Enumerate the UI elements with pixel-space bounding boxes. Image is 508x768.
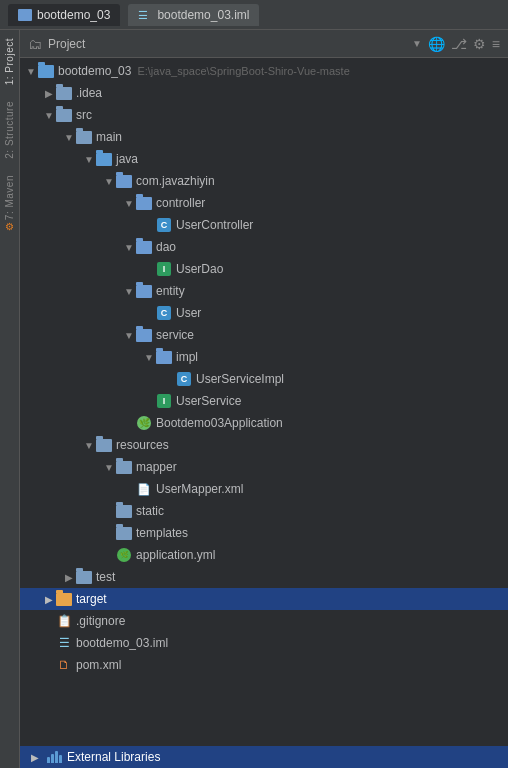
package-root-arrow (102, 176, 116, 187)
panel-dropdown-arrow[interactable]: ▼ (412, 38, 422, 49)
tab-label-bootdemo03: bootdemo_03 (37, 8, 110, 22)
panel-more-icon[interactable]: ≡ (492, 36, 500, 52)
panel-globe-icon[interactable]: 🌐 (428, 36, 445, 52)
tree-pom-xml[interactable]: 🗋 pom.xml (20, 654, 508, 676)
root-label: bootdemo_03 (58, 64, 131, 78)
tree-user[interactable]: C User (20, 302, 508, 324)
test-arrow (62, 572, 76, 583)
tab-label-bootdemo03iml: bootdemo_03.iml (157, 8, 249, 22)
controller-label: controller (156, 196, 205, 210)
tree-application-yml[interactable]: 🌿 application.yml (20, 544, 508, 566)
tree-java[interactable]: java (20, 148, 508, 170)
tree-main[interactable]: main (20, 126, 508, 148)
tree-gitignore[interactable]: 📋 .gitignore (20, 610, 508, 632)
idea-label: .idea (76, 86, 102, 100)
userserviceimpl-label: UserServiceImpl (196, 372, 284, 386)
iml-icon: ☰ (138, 9, 152, 21)
java-folder-icon (96, 151, 112, 167)
tree-userdao[interactable]: I UserDao (20, 258, 508, 280)
tree-templates[interactable]: templates (20, 522, 508, 544)
tree-usermapper-xml[interactable]: 📄 UserMapper.xml (20, 478, 508, 500)
tab-bootdemo03iml[interactable]: ☰ bootdemo_03.iml (128, 4, 259, 26)
panel-gear-icon[interactable]: ⚙ (473, 36, 486, 52)
tree-usercontroller[interactable]: C UserController (20, 214, 508, 236)
external-libraries-item[interactable]: External Libraries (20, 746, 508, 768)
tree-impl[interactable]: impl (20, 346, 508, 368)
java-arrow (82, 154, 96, 165)
static-folder-icon (116, 503, 132, 519)
user-icon: C (156, 305, 172, 321)
tree-entity[interactable]: entity (20, 280, 508, 302)
tree-idea[interactable]: .idea (20, 82, 508, 104)
application-yml-icon: 🌿 (116, 547, 132, 563)
tree-bootdemo03-iml[interactable]: ☰ bootdemo_03.iml (20, 632, 508, 654)
tree-service[interactable]: service (20, 324, 508, 346)
test-folder-icon (76, 569, 92, 585)
side-tab-project[interactable]: 1: Project (1, 30, 18, 93)
userservice-icon: I (156, 393, 172, 409)
panel-branch-icon[interactable]: ⎇ (451, 36, 467, 52)
side-tab-structure[interactable]: 2: Structure (1, 93, 18, 167)
entity-label: entity (156, 284, 185, 298)
title-bar: bootdemo_03 ☰ bootdemo_03.iml (0, 0, 508, 30)
tab-bootdemo03[interactable]: bootdemo_03 (8, 4, 120, 26)
tree-resources[interactable]: resources (20, 434, 508, 456)
pom-xml-label: pom.xml (76, 658, 121, 672)
resources-arrow (82, 440, 96, 451)
templates-label: templates (136, 526, 188, 540)
tree-package-root[interactable]: com.javazhiyin (20, 170, 508, 192)
dao-folder-icon (136, 239, 152, 255)
static-label: static (136, 504, 164, 518)
external-libraries-label: External Libraries (67, 750, 160, 764)
dao-label: dao (156, 240, 176, 254)
usercontroller-icon: C (156, 217, 172, 233)
entity-arrow (122, 286, 136, 297)
impl-label: impl (176, 350, 198, 364)
root-path: E:\java_space\SpringBoot-Shiro-Vue-maste (137, 65, 349, 77)
dao-arrow (122, 242, 136, 253)
side-tab-maven[interactable]: ⚙7: Maven (1, 167, 18, 240)
bootdemo03-iml-icon: ☰ (56, 635, 72, 651)
tree-view[interactable]: bootdemo_03 E:\java_space\SpringBoot-Shi… (20, 58, 508, 746)
test-label: test (96, 570, 115, 584)
bootdemo03app-label: Bootdemo03Application (156, 416, 283, 430)
bootdemo03-iml-label: bootdemo_03.iml (76, 636, 168, 650)
pom-xml-icon: 🗋 (56, 657, 72, 673)
controller-arrow (122, 198, 136, 209)
tree-dao[interactable]: dao (20, 236, 508, 258)
tree-src[interactable]: src (20, 104, 508, 126)
project-panel: 🗂 Project ▼ 🌐 ⎇ ⚙ ≡ bootdemo_03 E:\java_… (20, 30, 508, 768)
bootdemo03app-icon: 🌿 (136, 415, 152, 431)
usermapper-xml-icon: 📄 (136, 481, 152, 497)
tree-controller[interactable]: controller (20, 192, 508, 214)
usermapper-xml-label: UserMapper.xml (156, 482, 243, 496)
gitignore-label: .gitignore (76, 614, 125, 628)
main-arrow (62, 132, 76, 143)
idea-folder-icon (56, 85, 72, 101)
src-arrow (42, 110, 56, 121)
panel-header: 🗂 Project ▼ 🌐 ⎇ ⚙ ≡ (20, 30, 508, 58)
tree-userservice[interactable]: I UserService (20, 390, 508, 412)
main-area: 1: Project 2: Structure ⚙7: Maven 🗂 Proj… (0, 30, 508, 768)
mapper-label: mapper (136, 460, 177, 474)
tree-userserviceimpl[interactable]: C UserServiceImpl (20, 368, 508, 390)
tree-mapper[interactable]: mapper (20, 456, 508, 478)
mapper-folder-icon (116, 459, 132, 475)
user-label: User (176, 306, 201, 320)
userservice-label: UserService (176, 394, 241, 408)
entity-folder-icon (136, 283, 152, 299)
mapper-arrow (102, 462, 116, 473)
userdao-label: UserDao (176, 262, 223, 276)
idea-arrow (42, 88, 56, 99)
tree-test[interactable]: test (20, 566, 508, 588)
target-folder-icon (56, 591, 72, 607)
tree-bootdemo03app[interactable]: 🌿 Bootdemo03Application (20, 412, 508, 434)
service-arrow (122, 330, 136, 341)
tree-root[interactable]: bootdemo_03 E:\java_space\SpringBoot-Shi… (20, 60, 508, 82)
tree-target[interactable]: target (20, 588, 508, 610)
ext-libs-arrow (28, 752, 42, 763)
usercontroller-label: UserController (176, 218, 253, 232)
tree-static[interactable]: static (20, 500, 508, 522)
java-label: java (116, 152, 138, 166)
side-tabs-left: 1: Project 2: Structure ⚙7: Maven (0, 30, 20, 768)
